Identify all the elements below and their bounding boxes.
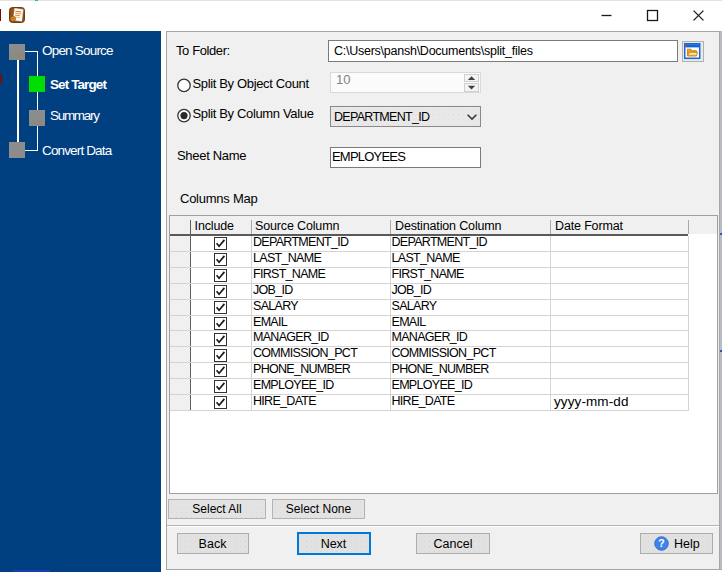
svg-text:?: ?: [658, 537, 664, 549]
